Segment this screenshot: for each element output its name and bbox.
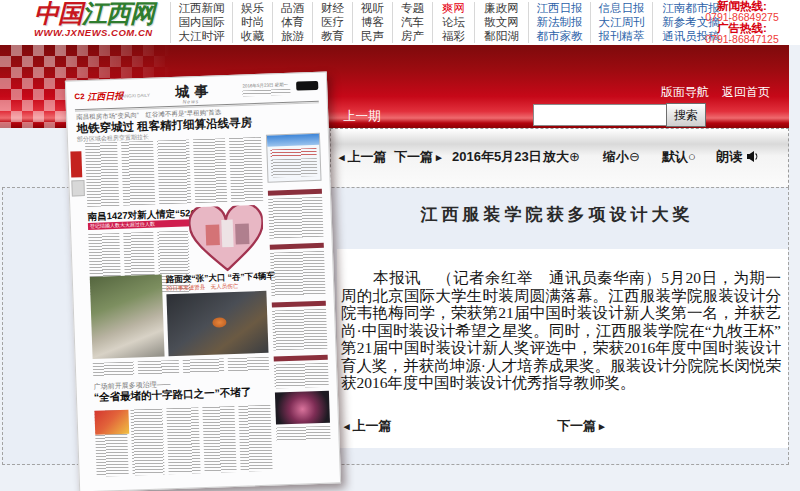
nav-link[interactable]: 国内国际 bbox=[170, 16, 232, 30]
nav-link[interactable]: 医疗 bbox=[312, 16, 352, 30]
nav-link[interactable]: 江西新闻 bbox=[170, 2, 232, 16]
nav-link[interactable]: 汽车 bbox=[392, 16, 432, 30]
story4-promo-image bbox=[94, 410, 129, 435]
nav-link[interactable]: 旅游 bbox=[272, 30, 312, 44]
paper-corner-logo bbox=[296, 81, 318, 91]
nav-link[interactable]: 博客 bbox=[352, 16, 392, 30]
sidebar-headline-bar bbox=[270, 243, 324, 250]
hotlines: 新闻热线: 0791-86849275 广告热线: 0791-86847125 bbox=[690, 1, 794, 45]
reader-toolbar: 上一篇 下一篇 2016年5月23日 放大⊕ 缩小⊖ 默认○ 朗读 bbox=[330, 128, 789, 188]
page: 中国江西网 WWW.JXNEWS.COM.CN 江西新闻 娱乐 品酒 财经 视听… bbox=[0, 0, 800, 491]
nav-link[interactable]: 大江周刊 bbox=[590, 16, 652, 30]
nav-link[interactable]: 教育 bbox=[312, 30, 352, 44]
search-button[interactable]: 搜索 bbox=[666, 103, 706, 127]
zoom-in-icon: ⊕ bbox=[569, 149, 580, 164]
zoom-out-icon: ⊖ bbox=[629, 149, 640, 164]
prev-article-button[interactable]: 上一篇 bbox=[339, 148, 387, 166]
site-logo-text: 中国江西网 bbox=[34, 1, 174, 27]
read-aloud-button[interactable]: 朗读 bbox=[716, 148, 759, 166]
nav-link[interactable]: 散文网 bbox=[474, 16, 528, 30]
site-header: 中国江西网 WWW.JXNEWS.COM.CN 江西新闻 娱乐 品酒 财经 视听… bbox=[0, 0, 800, 45]
nav-link[interactable]: 论坛 bbox=[432, 16, 474, 30]
nav-link[interactable]: 视听 bbox=[352, 2, 392, 16]
next-article-button[interactable]: 下一篇 bbox=[394, 148, 442, 166]
top-navigation: 江西新闻 娱乐 品酒 财经 视听 专题 爽网 廉政网 江西日报 信息日报 江南都… bbox=[170, 2, 730, 43]
sidebar-headline-bar bbox=[272, 301, 326, 308]
lead-body-columns bbox=[85, 137, 263, 207]
margin-red-badge bbox=[70, 151, 82, 177]
prev-article-link[interactable]: 上一篇 bbox=[344, 417, 392, 435]
story3-photo-right bbox=[166, 291, 268, 356]
story3-photo-left bbox=[90, 274, 165, 358]
nav-link[interactable]: 收藏 bbox=[232, 30, 272, 44]
nav-link[interactable]: 大江时评 bbox=[170, 30, 232, 44]
issue-date: 2016年5月23日 bbox=[452, 148, 542, 166]
ad-hotline-number: 0791-86847125 bbox=[690, 34, 794, 45]
nav-link[interactable]: 专题 bbox=[392, 2, 432, 16]
nav-link[interactable]: 房产 bbox=[392, 30, 432, 44]
heart-photo-collage bbox=[188, 205, 264, 274]
search-input[interactable] bbox=[533, 104, 669, 126]
newspaper-page[interactable]: C2 江西日报 JIANGXI DAILY 城事 News 2016年5月23日… bbox=[65, 72, 341, 491]
default-size-icon: ○ bbox=[688, 149, 696, 164]
site-url: WWW.JXNEWS.COM.CN bbox=[34, 27, 174, 38]
paper-masthead-en: JIANGXI DAILY bbox=[118, 93, 150, 99]
nav-link[interactable]: 新法制报 bbox=[528, 16, 590, 30]
nav-link[interactable]: 江西日报 bbox=[528, 2, 590, 16]
sidebar-headline-bar bbox=[274, 355, 328, 362]
nav-link[interactable]: 娱乐 bbox=[232, 2, 272, 16]
nav-link[interactable]: 体育 bbox=[272, 16, 312, 30]
zoom-out-button[interactable]: 缩小⊖ bbox=[603, 148, 640, 166]
paper-dateline: 2016年5月23日 星期一 bbox=[242, 82, 288, 89]
default-size-button[interactable]: 默认○ bbox=[662, 148, 696, 166]
next-article-link[interactable]: 下一篇 bbox=[557, 417, 605, 435]
prev-issue-link[interactable]: 上一期 bbox=[343, 108, 381, 125]
nav-link[interactable]: 廉政网 bbox=[474, 2, 528, 16]
paper-page-label: C2 bbox=[74, 92, 85, 101]
nav-link[interactable]: 信息日报 bbox=[590, 2, 652, 16]
nav-link[interactable]: 品酒 bbox=[272, 2, 312, 16]
site-logo[interactable]: 中国江西网 WWW.JXNEWS.COM.CN bbox=[34, 1, 174, 44]
weather-widget bbox=[266, 133, 322, 183]
margin-gray-box bbox=[71, 180, 85, 196]
nav-link[interactable]: 爽网 bbox=[432, 2, 474, 16]
nav-link[interactable]: 民声 bbox=[352, 30, 392, 44]
weather-widget-header bbox=[267, 134, 319, 147]
story3-subhead: 20日事发进贤县 无人员伤亡 bbox=[166, 283, 238, 293]
nav-link[interactable]: 时尚 bbox=[232, 16, 272, 30]
article-title: 江西服装学院获多项设计大奖 bbox=[337, 203, 777, 226]
paper-header-fineprint bbox=[242, 89, 290, 97]
story3-body-columns bbox=[93, 357, 269, 377]
nav-link[interactable]: 福彩 bbox=[432, 30, 474, 44]
speaker-icon bbox=[746, 151, 759, 162]
sidebar-headline-bar bbox=[268, 189, 322, 196]
nav-link[interactable]: 都市家教 bbox=[528, 30, 590, 44]
sidebar-photo bbox=[275, 391, 330, 425]
nav-link[interactable]: 鄱阳湖 bbox=[474, 30, 528, 44]
article-body: 本报讯 （记者余红举 通讯员秦华南）5月20日，为期一周的北京国际大学生时装周圆… bbox=[337, 249, 788, 392]
nav-link[interactable]: 报刊精萃 bbox=[590, 30, 652, 44]
banner-links: 版面导航 返回首页 bbox=[640, 84, 770, 101]
zoom-in-button[interactable]: 放大⊕ bbox=[543, 148, 580, 166]
paper-section-en: News bbox=[183, 98, 200, 105]
nav-link[interactable]: 财经 bbox=[312, 2, 352, 16]
paper-sidebar bbox=[266, 133, 332, 475]
page-nav-link[interactable]: 版面导航 bbox=[661, 85, 709, 99]
back-home-link[interactable]: 返回首页 bbox=[722, 85, 770, 99]
